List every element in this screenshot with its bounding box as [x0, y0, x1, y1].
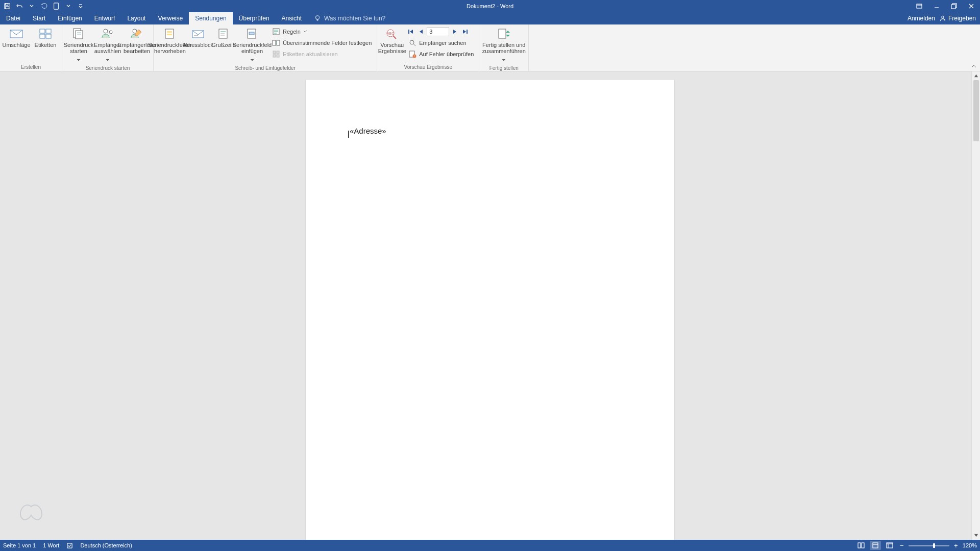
vorschau-ergebnisse-button[interactable]: ABC Vorschau Ergebnisse [379, 26, 405, 55]
scroll-thumb[interactable] [973, 80, 979, 141]
proofing-button[interactable] [66, 542, 73, 549]
document-page[interactable]: «Adresse» [306, 80, 674, 540]
read-mode-button[interactable] [855, 541, 867, 550]
chevron-down-icon [502, 55, 506, 64]
etiketten-label: Etiketten [35, 42, 57, 48]
vorschau-ergebnisse-label: Vorschau Ergebnisse [378, 42, 406, 54]
svg-rect-50 [277, 55, 279, 57]
empfaenger-auswaehlen-label: Empfänger auswählen [94, 42, 121, 54]
svg-rect-9 [951, 5, 955, 9]
svg-rect-17 [40, 29, 45, 33]
tab-verweise[interactable]: Verweise [152, 12, 189, 24]
touch-mode-dropdown[interactable] [63, 1, 74, 11]
regeln-button[interactable]: Regeln [270, 26, 374, 37]
highlight-fields-icon [163, 28, 177, 40]
ribbon-display-options-button[interactable] [911, 0, 928, 12]
mailmerge-start-icon [71, 28, 86, 40]
envelope-icon [9, 28, 23, 40]
undo-button[interactable] [14, 1, 24, 11]
svg-marker-69 [974, 534, 977, 537]
zoom-slider[interactable] [909, 545, 949, 546]
print-layout-button[interactable] [870, 541, 881, 550]
empfaengerliste-bearbeiten-button[interactable]: Empfängerliste bearbeiten [122, 26, 151, 55]
tab-start[interactable]: Start [27, 12, 52, 24]
tab-sendungen[interactable]: Sendungen [189, 12, 232, 24]
grusszeile-button[interactable]: Grußzeile [212, 26, 235, 49]
zoom-out-button[interactable]: − [898, 542, 905, 549]
felder-festlegen-button[interactable]: Übereinstimmende Felder festlegen [270, 37, 374, 48]
sign-in-link[interactable]: Anmelden [908, 15, 935, 22]
scroll-down-button[interactable] [972, 531, 980, 540]
rules-icon [272, 28, 280, 36]
zoom-slider-thumb[interactable] [933, 543, 935, 548]
zoom-level[interactable]: 120% [963, 542, 977, 548]
svg-line-52 [393, 36, 396, 39]
svg-marker-58 [463, 30, 466, 34]
web-layout-button[interactable] [884, 541, 895, 550]
seriendruckfelder-hervorheben-button[interactable]: Seriendruckfelder hervorheben [156, 26, 184, 55]
touch-mode-button[interactable] [51, 1, 61, 11]
restore-button[interactable] [945, 0, 963, 12]
umschlaege-button[interactable]: Umschläge [2, 26, 31, 49]
group-vorschau-ergebnisse: ABC Vorschau Ergebnisse Empfänger suchen… [377, 24, 479, 71]
redo-button[interactable] [39, 1, 49, 11]
svg-rect-47 [273, 51, 276, 54]
vertical-scrollbar[interactable] [971, 71, 980, 540]
tab-einfuegen[interactable]: Einfügen [52, 12, 88, 24]
previous-record-button[interactable] [416, 27, 426, 36]
adressblock-button[interactable]: Adressblock [185, 26, 211, 49]
record-number-input[interactable] [427, 27, 449, 36]
ribbon-tabstrip: Datei Start Einfügen Entwurf Layout Verw… [0, 12, 980, 24]
scroll-up-button[interactable] [972, 71, 980, 80]
svg-marker-55 [410, 30, 413, 34]
share-button[interactable]: Freigeben [939, 15, 976, 22]
seriendruckfeld-einfuegen-label: Seriendruckfeld einfügen [233, 42, 272, 54]
close-button[interactable] [963, 0, 980, 12]
language-indicator[interactable]: Deutsch (Österreich) [80, 542, 132, 548]
svg-point-12 [315, 16, 319, 19]
greeting-line-icon [216, 28, 231, 40]
word-count[interactable]: 1 Wort [43, 542, 59, 548]
empfaenger-suchen-button[interactable]: Empfänger suchen [406, 37, 476, 48]
ribbon: Umschläge Etiketten Erstellen Seriendruc… [0, 24, 980, 71]
zoom-in-button[interactable]: + [952, 542, 960, 549]
svg-rect-44 [277, 40, 280, 45]
svg-point-15 [942, 16, 944, 18]
save-button[interactable] [2, 1, 12, 11]
tab-layout[interactable]: Layout [121, 12, 152, 24]
svg-rect-71 [858, 543, 861, 548]
group-seriendruck-starten: Seriendruck starten Empfänger auswählen … [62, 24, 154, 71]
label-icon [38, 28, 53, 40]
first-record-button[interactable] [406, 27, 415, 36]
fehler-pruefen-button[interactable]: ! Auf Fehler überprüfen [406, 48, 476, 60]
tab-ueberpruefen[interactable]: Überprüfen [233, 12, 276, 24]
preview-results-icon: ABC [385, 28, 399, 40]
merge-field-adresse[interactable]: «Adresse» [350, 127, 386, 135]
finish-merge-icon [497, 28, 511, 40]
page-indicator[interactable]: Seite 1 von 1 [3, 542, 36, 548]
fertig-stellen-button[interactable]: Fertig stellen und zusammenführen [481, 26, 526, 65]
insert-merge-field-icon [245, 28, 259, 40]
collapse-ribbon-button[interactable] [970, 63, 978, 70]
tab-entwurf[interactable]: Entwurf [88, 12, 121, 24]
svg-rect-65 [499, 29, 506, 38]
minimize-button[interactable] [928, 0, 945, 12]
fertig-stellen-label: Fertig stellen und zusammenführen [482, 42, 526, 54]
recipients-select-icon [101, 28, 115, 40]
last-record-button[interactable] [460, 27, 470, 36]
svg-text:!: ! [414, 55, 415, 58]
chevron-down-icon [303, 30, 307, 33]
text-cursor [348, 131, 349, 138]
tell-me-search[interactable]: Was möchten Sie tun? [314, 12, 385, 24]
lightbulb-icon [314, 15, 321, 22]
qat-customize-button[interactable] [76, 1, 86, 11]
proofing-icon [66, 542, 73, 549]
undo-dropdown[interactable] [27, 1, 37, 11]
seriendruckfeld-einfuegen-button[interactable]: Seriendruckfeld einfügen [236, 26, 268, 65]
svg-rect-29 [167, 31, 172, 33]
seriendruck-starten-button[interactable]: Seriendruck starten [64, 26, 93, 65]
next-record-button[interactable] [450, 27, 459, 36]
tab-ansicht[interactable]: Ansicht [276, 12, 308, 24]
etiketten-button[interactable]: Etiketten [31, 26, 60, 49]
tab-datei[interactable]: Datei [0, 12, 27, 24]
